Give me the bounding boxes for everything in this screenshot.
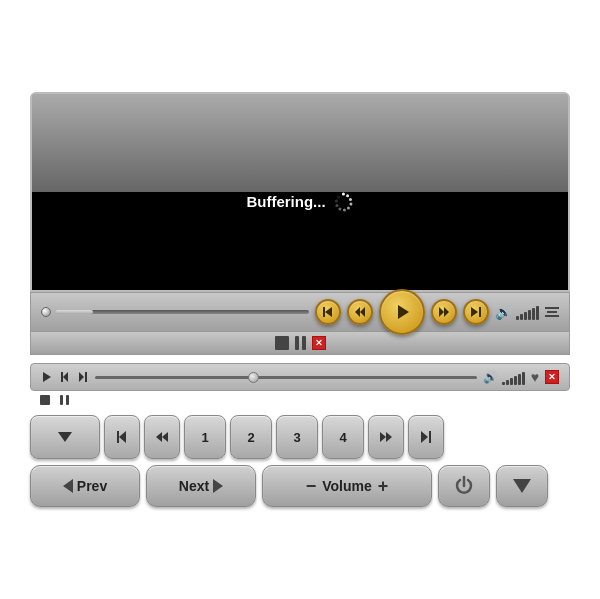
svg-marker-30 [386, 432, 392, 442]
mini-pause-bar-2 [66, 395, 69, 405]
power-button[interactable] [438, 465, 490, 507]
svg-point-1 [346, 194, 349, 197]
num-prev-button[interactable] [104, 415, 140, 459]
svg-marker-14 [398, 305, 409, 319]
mini-play-button[interactable] [41, 370, 53, 384]
svg-marker-11 [325, 307, 332, 317]
prev-button[interactable]: Prev [30, 465, 140, 507]
svg-point-9 [337, 195, 340, 198]
eq-line-3 [545, 315, 559, 317]
next-track-button[interactable] [463, 299, 489, 325]
number-btn-row: 1 2 3 4 [30, 415, 570, 459]
svg-marker-33 [513, 479, 531, 493]
main-controls-bar: 🔊 [30, 292, 570, 332]
svg-rect-31 [429, 431, 431, 443]
svg-point-4 [347, 206, 350, 209]
mini-controls-bar: 🔊 ♥ ✕ [30, 363, 570, 391]
fastforward-button[interactable] [431, 299, 457, 325]
svg-rect-25 [117, 431, 119, 443]
vol-bar-3 [524, 312, 527, 320]
mini-seek-bar[interactable] [95, 376, 477, 379]
svg-rect-22 [85, 372, 87, 382]
buffering-area: Buffering... [246, 192, 353, 212]
vol-bar-2 [520, 314, 523, 320]
stop-button[interactable] [275, 336, 289, 350]
mini-stop-button[interactable] [40, 395, 50, 405]
spinner-icon [334, 192, 354, 212]
mini-vol-bar-6 [522, 372, 525, 385]
mini-vol-bar-1 [502, 382, 505, 385]
num-2-button[interactable]: 2 [230, 415, 272, 459]
svg-point-7 [336, 204, 339, 207]
pause-button[interactable] [295, 336, 306, 350]
num-next-button[interactable] [408, 415, 444, 459]
volume-label: Volume [322, 478, 372, 494]
svg-point-0 [342, 192, 345, 195]
mini-volume-area: 🔊 [483, 369, 525, 385]
prev-label: Prev [77, 478, 107, 494]
video-screen: Buffering... [30, 92, 570, 292]
num-4-button[interactable]: 4 [322, 415, 364, 459]
svg-marker-23 [79, 372, 84, 382]
svg-marker-24 [58, 432, 72, 442]
next-label: Next [179, 478, 209, 494]
num-1-button[interactable]: 1 [184, 415, 226, 459]
vol-bar-4 [528, 310, 531, 320]
volume-minus-icon[interactable]: − [306, 476, 317, 497]
svg-marker-29 [380, 432, 386, 442]
seek-thumb[interactable] [41, 307, 51, 317]
bottom-btn-row: Prev Next − Volume + [30, 465, 570, 507]
eq-button[interactable] [545, 307, 559, 317]
play-button[interactable] [379, 289, 425, 335]
next-button[interactable]: Next [146, 465, 256, 507]
num-rewind-button[interactable] [144, 415, 180, 459]
mini-seek-thumb[interactable] [248, 372, 259, 383]
svg-point-3 [350, 202, 353, 205]
mini-vol-bar-2 [506, 380, 509, 385]
prev-track-button[interactable] [315, 299, 341, 325]
mini-vol-bar-3 [510, 378, 513, 385]
mini-close-button[interactable]: ✕ [545, 370, 559, 384]
seek-bar[interactable] [55, 310, 309, 314]
mini-volume-icon: 🔊 [483, 370, 498, 384]
volume-area: 🔊 [495, 304, 539, 320]
svg-marker-32 [421, 431, 428, 443]
vol-bar-5 [532, 308, 535, 320]
num-ff-button[interactable] [368, 415, 404, 459]
dropdown-button[interactable] [30, 415, 100, 459]
svg-marker-12 [355, 307, 360, 317]
player-container: Buffering... [20, 82, 580, 517]
mini-prev-button[interactable] [59, 370, 71, 384]
volume-plus-icon[interactable]: + [378, 476, 389, 497]
buffering-text: Buffering... [246, 193, 325, 210]
pause-bar-1 [295, 336, 299, 350]
mini-vol-bar-5 [518, 374, 521, 385]
svg-point-8 [335, 199, 338, 202]
svg-point-6 [339, 207, 342, 210]
volume-bars [516, 304, 539, 320]
favorite-button[interactable]: ♥ [531, 369, 539, 385]
seek-bar-container [41, 307, 309, 317]
mini-pause-button[interactable] [60, 395, 69, 405]
chevron-down-icon [513, 479, 531, 493]
next-arrow-icon [213, 479, 223, 493]
eq-line-1 [545, 307, 559, 309]
power-icon [453, 475, 475, 497]
prev-arrow-icon [63, 479, 73, 493]
scroll-down-button[interactable] [496, 465, 548, 507]
svg-marker-27 [156, 432, 162, 442]
pause-bar-2 [302, 336, 306, 350]
svg-marker-21 [63, 372, 68, 382]
close-button[interactable]: ✕ [312, 336, 326, 350]
num-3-button[interactable]: 3 [276, 415, 318, 459]
rewind-button[interactable] [347, 299, 373, 325]
svg-rect-17 [479, 307, 481, 317]
svg-rect-20 [61, 372, 63, 382]
svg-point-2 [349, 198, 352, 201]
volume-control-button[interactable]: − Volume + [262, 465, 432, 507]
svg-marker-16 [444, 307, 449, 317]
mini-vol-bar-4 [514, 376, 517, 385]
mini-next-button[interactable] [77, 370, 89, 384]
vol-bar-1 [516, 316, 519, 320]
vol-bar-6 [536, 306, 539, 320]
